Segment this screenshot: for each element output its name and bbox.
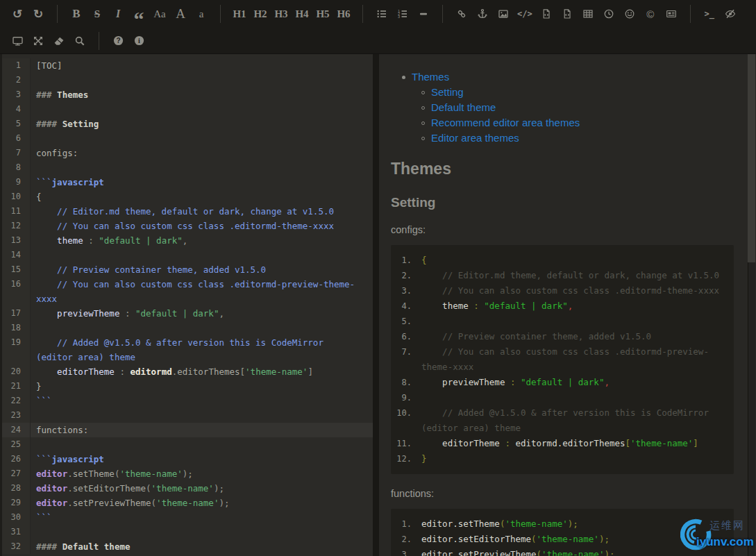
editor-line[interactable]: 18 xyxy=(2,321,373,335)
preview-button[interactable] xyxy=(10,32,24,50)
ucwords-button[interactable]: A xyxy=(174,5,187,23)
svg-text:i: i xyxy=(138,37,140,44)
line-number: 18 xyxy=(2,321,31,335)
editor-line[interactable]: 9```javascript xyxy=(2,175,373,189)
editor-line[interactable]: 2 xyxy=(2,73,373,87)
editor-line[interactable]: 20 editorTheme : editormd.editorThemes['… xyxy=(2,364,373,379)
link-icon xyxy=(456,8,467,19)
editor-line[interactable]: 24functions: xyxy=(2,423,373,437)
editor-line[interactable]: 16 // You can also custom css class .edi… xyxy=(2,277,373,292)
editor-line[interactable]: 22``` xyxy=(2,394,373,408)
pagebreak-button[interactable] xyxy=(664,5,678,23)
code-block-tab-button[interactable] xyxy=(539,5,553,23)
editor-line[interactable]: 31 xyxy=(2,525,373,539)
editor-line[interactable]: 21} xyxy=(2,379,373,394)
code-line: 5. xyxy=(391,314,727,329)
search-button[interactable] xyxy=(73,32,87,50)
toc-link[interactable]: Default theme xyxy=(431,101,496,113)
anchor-button[interactable] xyxy=(476,5,489,23)
code-line-number: 10. xyxy=(391,405,421,421)
bold-button[interactable]: B xyxy=(69,5,83,23)
hr-button[interactable] xyxy=(417,5,430,23)
code-line-text: editorTheme : editormd.editorThemes['the… xyxy=(421,436,698,451)
italic-button[interactable]: I xyxy=(111,5,125,23)
line-code: xxxx xyxy=(31,292,57,306)
editor-line[interactable]: 12 // You can also custom css class .edi… xyxy=(2,219,373,233)
quote-button[interactable]: “ xyxy=(132,5,146,23)
editor-line[interactable]: 5#### Setting xyxy=(2,117,373,131)
editor-line[interactable]: 4 xyxy=(2,102,373,117)
editor-line[interactable]: 30``` xyxy=(2,510,373,525)
editor-line[interactable]: 19 // Added @v1.5.0 & after version this… xyxy=(2,335,373,350)
editor-line[interactable]: (editor area) theme xyxy=(2,350,373,364)
h1-icon: H1 xyxy=(233,8,246,20)
watch-button[interactable] xyxy=(723,5,737,23)
fullscreen-button[interactable] xyxy=(31,32,45,50)
line-number: 31 xyxy=(2,525,31,539)
editor-line[interactable]: 29editor.setPreviewTheme('theme-name'); xyxy=(2,496,373,510)
code-block-button[interactable] xyxy=(560,5,574,23)
h2-button[interactable]: H2 xyxy=(253,5,267,23)
line-number: 24 xyxy=(2,423,31,437)
h4-button[interactable]: H4 xyxy=(295,5,309,23)
h3-button[interactable]: H3 xyxy=(274,5,288,23)
goto-line-button[interactable]: >_ xyxy=(703,5,716,23)
code-line: 11. editorTheme : editormd.editorThemes[… xyxy=(391,436,727,451)
editor-line[interactable]: 8 xyxy=(2,160,373,175)
toc-link[interactable]: Editor area themes xyxy=(431,132,519,144)
code-button[interactable]: </> xyxy=(517,5,532,23)
lowercase-button[interactable]: a xyxy=(194,5,208,23)
editor-line[interactable]: 28editor.setEditorTheme('theme-name'); xyxy=(2,481,373,496)
editor-line[interactable]: 26```javascript xyxy=(2,452,373,466)
preview-scrollbar-thumb[interactable] xyxy=(748,54,755,262)
editor-line[interactable]: 1[TOC] xyxy=(2,58,373,73)
image-button[interactable] xyxy=(496,5,510,23)
redo-button[interactable]: ↻ xyxy=(31,5,45,23)
h6-button[interactable]: H6 xyxy=(337,5,351,23)
clear-button[interactable] xyxy=(52,32,66,50)
strikethrough-button[interactable]: S xyxy=(90,5,104,23)
h1-button[interactable]: H1 xyxy=(233,5,246,23)
editor-line[interactable]: 14 xyxy=(2,248,373,262)
link-button[interactable] xyxy=(455,5,469,23)
editor-line[interactable]: 23 xyxy=(2,408,373,423)
editor-line[interactable]: 3### Themes xyxy=(2,87,373,102)
editor-line[interactable]: 13 theme : "default | dark", xyxy=(2,233,373,248)
image-icon xyxy=(498,8,509,19)
toc-link[interactable]: Themes xyxy=(412,71,449,83)
info-button[interactable]: i xyxy=(132,32,146,50)
line-number: 23 xyxy=(2,408,31,423)
help-button[interactable]: ? xyxy=(111,32,125,50)
undo-button[interactable]: ↺ xyxy=(10,5,24,23)
editor-line[interactable]: 11 // Editor.md theme, default or dark, … xyxy=(2,204,373,219)
code-line-text: (editor area) theme xyxy=(421,421,521,436)
code-line: 8. previewTheme : "default | dark", xyxy=(391,375,727,390)
datetime-icon xyxy=(603,8,614,19)
editor-line[interactable]: 6 xyxy=(2,131,373,146)
html-entities-button[interactable]: © xyxy=(644,5,657,23)
editor-line[interactable]: xxxx xyxy=(2,292,373,306)
editor-line[interactable]: 10{ xyxy=(2,189,373,204)
code-line-number: 7. xyxy=(391,344,421,360)
editor-line[interactable]: 27editor.setTheme('theme-name'); xyxy=(2,466,373,481)
list-ol-button[interactable]: 123 xyxy=(396,5,410,23)
editor-line[interactable]: 15 // Preview container theme, added v1.… xyxy=(2,262,373,277)
h5-icon: H5 xyxy=(316,8,329,20)
editor-line[interactable]: 7configs: xyxy=(2,146,373,160)
editor-line[interactable]: 32#### Default theme xyxy=(2,539,373,554)
table-button[interactable] xyxy=(581,5,595,23)
uppercase-button[interactable]: Aa xyxy=(153,5,167,23)
code-line-text: { xyxy=(421,253,427,268)
emoji-button[interactable] xyxy=(623,5,637,23)
h5-button[interactable]: H5 xyxy=(316,5,330,23)
list-ul-button[interactable] xyxy=(375,5,389,23)
editor-line[interactable]: 17 previewTheme : "default | dark", xyxy=(2,306,373,321)
main-split: 1[TOC]23### Themes45#### Setting67config… xyxy=(0,54,756,556)
editor-line[interactable]: 25 xyxy=(2,437,373,452)
line-number: 13 xyxy=(2,233,31,248)
toc-link[interactable]: Setting xyxy=(431,86,464,98)
markdown-editor[interactable]: 1[TOC]23### Themes45#### Setting67config… xyxy=(0,54,373,556)
toc-link[interactable]: Recommend editor area themes xyxy=(431,117,580,128)
datetime-button[interactable] xyxy=(602,5,616,23)
line-number: 4 xyxy=(2,102,31,117)
